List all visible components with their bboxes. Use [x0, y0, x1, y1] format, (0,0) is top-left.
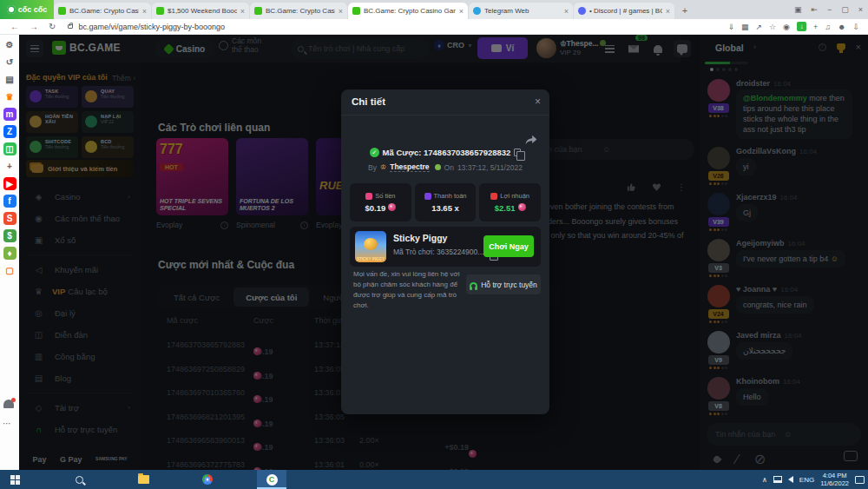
- game-row: STICKY PIGGY Sticky Piggy Mã Trò chơi: 3…: [350, 227, 541, 267]
- browser-tab-strip: cốc cốc BC.Game: Crypto Casino Gan × $1,…: [0, 0, 868, 19]
- reading-list-icon[interactable]: ▤: [3, 73, 16, 86]
- add-icon[interactable]: +: [3, 160, 16, 173]
- share-icon[interactable]: ↗: [755, 23, 762, 31]
- verified-icon: ✓: [370, 148, 379, 157]
- tab-close-icon[interactable]: ×: [666, 7, 670, 16]
- volume-icon[interactable]: [788, 476, 793, 483]
- coccoc-menu-button[interactable]: cốc cốc: [0, 0, 54, 19]
- browser-tab[interactable]: BC.Game: Crypto Casino Gan ×: [348, 3, 468, 19]
- support-label: Hỗ trợ trực tuyến: [481, 281, 537, 289]
- play-now-button[interactable]: Chơi Ngay: [483, 235, 534, 257]
- extensions-icon[interactable]: +: [813, 23, 818, 31]
- modal-close-icon[interactable]: ×: [535, 96, 541, 108]
- back[interactable]: ←: [10, 22, 19, 31]
- file-explorer-button[interactable]: [128, 470, 158, 489]
- stat-label: Thanh toán: [424, 192, 467, 200]
- downloads-icon[interactable]: ⇩: [852, 23, 859, 31]
- copy-icon[interactable]: [514, 149, 521, 156]
- stat-card: Lợi nhuận $2.51: [479, 183, 541, 221]
- cart-icon[interactable]: ▢: [3, 264, 16, 277]
- coccoc-brand-label: cốc cốc: [18, 5, 48, 14]
- gem-coin-icon: [518, 203, 526, 211]
- chrome-button[interactable]: [193, 470, 222, 489]
- notification-bell-icon[interactable]: [3, 400, 14, 408]
- rail-more-icon[interactable]: ⋯: [3, 419, 11, 428]
- stat-card: Số tiền $0.19: [350, 183, 411, 221]
- messenger-icon[interactable]: m: [3, 108, 16, 121]
- shop-green-icon[interactable]: $: [3, 229, 16, 242]
- zalo-icon[interactable]: Z: [3, 125, 16, 138]
- settings-icon[interactable]: ⚙: [3, 38, 16, 51]
- windows-logo-icon: [10, 475, 20, 485]
- coccoc-button[interactable]: C: [257, 470, 286, 489]
- minimize-icon[interactable]: −: [827, 5, 832, 14]
- hot-trends-icon[interactable]: ♛: [3, 90, 16, 103]
- browser-tab[interactable]: Telegram Web ×: [469, 3, 573, 19]
- refresh[interactable]: ↻: [49, 22, 56, 31]
- bet-id-value: 1748637038657928832: [424, 148, 510, 157]
- share-icon[interactable]: [525, 133, 537, 149]
- taskbar-search[interactable]: [64, 470, 94, 489]
- game-id-row: Mã Trò chơi: 3635224900...: [393, 248, 494, 256]
- forward[interactable]: →: [30, 22, 38, 31]
- save-page-icon[interactable]: ⇓: [727, 23, 734, 31]
- tab-title: • Discord | # games | BC G: [589, 7, 662, 15]
- profile-icon[interactable]: ☻: [838, 23, 845, 31]
- tab-close-icon[interactable]: ×: [339, 7, 343, 16]
- maximize-icon[interactable]: ▢: [841, 5, 849, 14]
- tab-favicon: [578, 7, 586, 15]
- tray-chevron-icon[interactable]: ∧: [762, 476, 767, 484]
- bet-stats: Số tiền $0.19 Thanh toán 13.65 x Lợi nhu…: [350, 183, 541, 221]
- stat-icon: [424, 193, 431, 200]
- games-icon[interactable]: ◫: [3, 142, 16, 155]
- screen: cốc cốc BC.Game: Crypto Casino Gan × $1,…: [0, 0, 868, 489]
- snapshot-icon[interactable]: ▣: [794, 5, 802, 14]
- shopee-icon[interactable]: S: [3, 212, 16, 225]
- stat-label: Số tiền: [365, 192, 395, 200]
- tab-close-icon[interactable]: ×: [142, 7, 147, 16]
- tab-close-icon[interactable]: ×: [459, 7, 464, 16]
- headset-icon: [470, 282, 477, 287]
- language-indicator[interactable]: ENG: [799, 476, 814, 484]
- browser-tab[interactable]: • Discord | # games | BC G ×: [574, 3, 674, 19]
- adblock-shield-icon[interactable]: ◉: [783, 23, 790, 31]
- tab-title: BC.Game: Crypto Casino Gan: [69, 7, 139, 15]
- bet-user-link[interactable]: Thespectre: [390, 162, 429, 172]
- close-icon[interactable]: ×: [858, 5, 863, 14]
- start-button[interactable]: [0, 470, 30, 489]
- tab-title: $1,500 Weekend Booongo M: [168, 7, 237, 15]
- stat-value: 13.65 x: [431, 203, 459, 213]
- deals-icon[interactable]: ♦: [3, 247, 16, 260]
- tab-favicon: [58, 7, 66, 15]
- online-support-button[interactable]: Hỗ trợ trực tuyến: [466, 274, 541, 294]
- boss-key-icon[interactable]: ⇤: [811, 5, 818, 14]
- history-icon[interactable]: ↺: [3, 56, 16, 69]
- game-thumbnail[interactable]: STICKY PIGGY: [355, 231, 386, 262]
- tab-favicon: [352, 7, 360, 15]
- download-accent-icon[interactable]: ↓: [797, 22, 806, 31]
- stat-value: $2.51: [495, 203, 526, 213]
- bet-datetime: 13:37:12, 5/11/2022: [457, 163, 523, 172]
- action-center-icon[interactable]: [855, 476, 865, 484]
- toolbar-actions: ⇓ ▦ ↗ ☆ ◉ ↓ + ♫ ☻ ⇩: [727, 22, 859, 31]
- browser-tab[interactable]: BC.Game: Crypto Casino Gan ×: [250, 3, 347, 19]
- address-bar[interactable]: bc.game/vi/game/sticky-piggy-by-booongo: [78, 23, 727, 31]
- https-lock-icon[interactable]: [68, 24, 73, 29]
- bookmark-star-icon[interactable]: ☆: [769, 23, 776, 31]
- browser-tab[interactable]: $1,500 Weekend Booongo M ×: [152, 3, 249, 19]
- new-tab-button[interactable]: +: [678, 3, 692, 17]
- taskbar-clock[interactable]: 4:04 PM11/6/2022: [820, 472, 849, 488]
- media-icon[interactable]: ♫: [825, 23, 831, 31]
- stat-card: Thanh toán 13.65 x: [415, 183, 477, 221]
- browser-tab[interactable]: BC.Game: Crypto Casino Gan ×: [54, 3, 151, 19]
- modal-title: Chi tiết: [352, 96, 385, 107]
- facebook-icon[interactable]: f: [3, 195, 16, 208]
- network-icon[interactable]: [773, 476, 782, 483]
- translate-icon[interactable]: ▦: [741, 23, 749, 31]
- stat-value: $0.19: [365, 203, 396, 213]
- youtube-icon[interactable]: ▶: [3, 177, 16, 190]
- system-tray: ∧ ENG 4:04 PM11/6/2022: [762, 470, 865, 489]
- tab-close-icon[interactable]: ×: [240, 7, 245, 16]
- tab-close-icon[interactable]: ×: [564, 7, 569, 16]
- frog-emoji-icon: [435, 164, 441, 170]
